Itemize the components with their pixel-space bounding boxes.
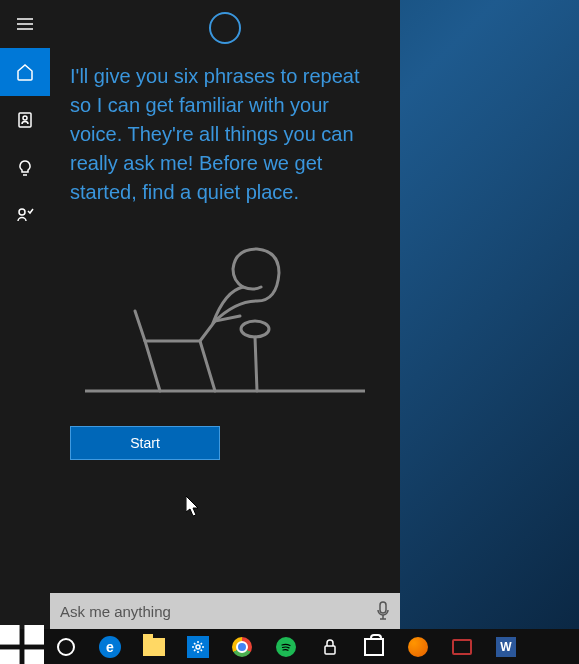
svg-point-6	[19, 209, 25, 215]
taskbar-store[interactable]	[352, 629, 396, 664]
lightbulb-icon	[15, 158, 35, 178]
taskbar: e W	[0, 629, 579, 664]
taskbar-word[interactable]: W	[484, 629, 528, 664]
cortana-sidebar	[0, 0, 50, 629]
svg-rect-12	[0, 625, 20, 645]
feedback-icon	[15, 206, 35, 226]
person-laptop-icon	[85, 241, 365, 396]
voice-training-illustration	[70, 241, 380, 396]
sidebar-tips[interactable]	[0, 144, 50, 192]
taskbar-chrome[interactable]	[220, 629, 264, 664]
cortana-logo-area	[50, 0, 400, 56]
hamburger-icon	[15, 14, 35, 34]
taskbar-lock[interactable]	[308, 629, 352, 664]
spotify-icon	[276, 637, 296, 657]
store-icon	[364, 638, 384, 656]
svg-rect-14	[0, 649, 20, 664]
notebook-icon	[15, 110, 35, 130]
lock-icon	[322, 638, 338, 656]
taskbar-firefox[interactable]	[396, 629, 440, 664]
sidebar-home[interactable]	[0, 48, 50, 96]
svg-rect-17	[325, 646, 335, 654]
cortana-main: I'll give you six phrases to repeat so I…	[50, 0, 400, 629]
taskbar-spotify[interactable]	[264, 629, 308, 664]
edge-icon: e	[99, 636, 121, 658]
word-icon: W	[496, 637, 516, 657]
taskbar-file-explorer[interactable]	[132, 629, 176, 664]
chrome-icon	[232, 637, 252, 657]
search-input[interactable]	[60, 603, 376, 620]
start-button[interactable]: Start	[70, 426, 220, 460]
taskbar-cortana[interactable]	[44, 629, 88, 664]
cortana-icon	[57, 638, 75, 656]
home-icon	[15, 62, 35, 82]
start-button-row: Start	[70, 426, 380, 480]
taskbar-snipping-tool[interactable]	[440, 629, 484, 664]
cortana-panel: I'll give you six phrases to repeat so I…	[0, 0, 400, 629]
microphone-icon[interactable]	[376, 601, 390, 621]
taskbar-edge[interactable]: e	[88, 629, 132, 664]
svg-rect-13	[24, 625, 44, 645]
hamburger-menu[interactable]	[0, 0, 50, 48]
windows-logo-icon	[0, 625, 44, 665]
instruction-text: I'll give you six phrases to repeat so I…	[70, 62, 380, 207]
sidebar-feedback[interactable]	[0, 192, 50, 240]
cortana-content: I'll give you six phrases to repeat so I…	[50, 56, 400, 629]
svg-point-16	[196, 645, 200, 649]
desktop-wallpaper: I'll give you six phrases to repeat so I…	[0, 0, 579, 664]
taskbar-settings[interactable]	[176, 629, 220, 664]
taskbar-start-button[interactable]	[0, 629, 44, 664]
settings-icon	[187, 636, 209, 658]
cortana-ring-icon	[209, 12, 241, 44]
firefox-icon	[408, 637, 428, 657]
svg-rect-15	[24, 649, 44, 664]
snipping-tool-icon	[452, 639, 472, 655]
svg-point-8	[241, 321, 269, 337]
sidebar-notebook[interactable]	[0, 96, 50, 144]
folder-icon	[143, 638, 165, 656]
cortana-search-bar[interactable]	[50, 593, 400, 629]
svg-rect-9	[380, 602, 386, 613]
svg-point-4	[23, 116, 27, 120]
